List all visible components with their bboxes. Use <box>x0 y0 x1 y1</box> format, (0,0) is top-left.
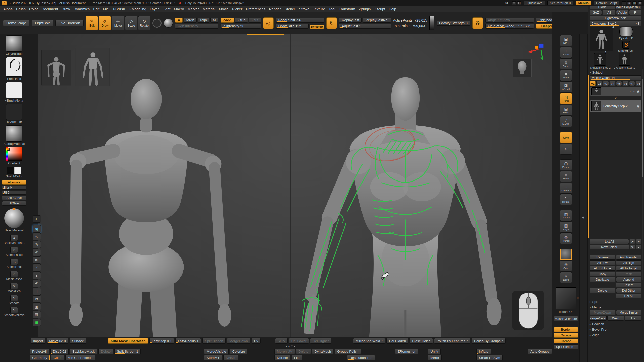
color-grid-icon[interactable]: ▦ <box>33 311 41 318</box>
menu-item[interactable]: Zplugin <box>357 7 373 11</box>
draw-mode-button[interactable]: ✐Draw <box>99 16 111 30</box>
current-texture-thumbnail[interactable] <box>6 104 22 120</box>
current-material-thumbnail[interactable] <box>6 125 22 142</box>
visibility-eye-icon[interactable]: ◉ <box>33 225 41 233</box>
menu-item[interactable]: Light <box>161 7 172 11</box>
bottom-button[interactable]: DelMT <box>223 355 238 360</box>
bottom-button[interactable]: Split Screen 1 <box>114 349 141 354</box>
subtool-action-button[interactable]: Delete <box>590 288 615 293</box>
bottom-button[interactable]: Auto Mask FiberMesh <box>108 338 148 344</box>
bottom-button[interactable]: Uv <box>252 338 261 344</box>
auto-groups-button[interactable]: Auto Groups <box>528 349 552 354</box>
subtool-version-tab[interactable]: V8 <box>636 81 641 86</box>
focal-shift-icon[interactable]: ◎ <box>263 17 274 29</box>
bottom-button[interactable]: Color <box>51 355 64 360</box>
menu-item[interactable]: Preferences <box>244 7 267 11</box>
dynamic-mode-toggle[interactable]: Dynamic <box>310 25 324 29</box>
anatomy-figure[interactable] <box>304 77 502 337</box>
bottom-button[interactable]: BackfaceMask <box>70 349 97 354</box>
sculpt-mode-button[interactable]: Zadd <box>221 18 234 23</box>
bottom-button[interactable]: Polish By Features● <box>434 338 470 344</box>
bottom-button[interactable]: LazyStep 0.1 <box>149 338 174 344</box>
menu-item[interactable]: Edit <box>91 7 101 11</box>
menu-item[interactable]: Material <box>201 7 217 11</box>
subtool-action-button[interactable]: Paste <box>616 272 642 276</box>
floor-grid-button[interactable]: ▤ Floor <box>560 105 572 116</box>
edit-mode-button[interactable]: ✎Edit <box>86 16 98 30</box>
subtool-row[interactable]: ▫ ▫ ◉ <box>590 87 641 96</box>
deep-shadow-button[interactable]: DeepShadow <box>536 24 552 29</box>
sdiv-arrow-button[interactable]: ▲ <box>288 345 290 347</box>
visible-count-slider[interactable]: Visible Count 14 <box>590 75 641 80</box>
select-rect-item[interactable]: ▭ SelectRect <box>7 259 22 270</box>
sdiv-arrow-button[interactable]: ► <box>294 345 296 347</box>
goz-button[interactable]: GoZ <box>590 10 602 15</box>
rotate-mode-button[interactable]: ↻Rotate <box>138 16 150 30</box>
bottom-button[interactable]: DynaMesh <box>312 349 334 354</box>
alternate-button[interactable]: Alternate <box>2 180 26 185</box>
local-symmetry-button[interactable]: ⇌ L.Sym <box>560 116 572 127</box>
menu-item[interactable]: Brush <box>14 7 27 11</box>
bottom-button[interactable]: Dist 0.02 <box>50 349 69 354</box>
subtool-action-button[interactable]: All High <box>616 260 642 265</box>
color-picker[interactable] <box>6 147 22 161</box>
paint-mode-button[interactable]: A <box>175 18 183 23</box>
menu-item[interactable]: Stroke <box>297 7 311 11</box>
collapse-panel-arrow[interactable]: ◀ <box>582 215 584 219</box>
list-icon[interactable]: ≡ <box>636 239 641 244</box>
subtool-action-button[interactable]: All To Target <box>616 266 642 271</box>
goz-button[interactable]: All <box>603 10 615 15</box>
resolution-slider[interactable]: Resolution 128 <box>347 355 375 360</box>
bottom-button[interactable]: MidValue 0 <box>47 338 68 344</box>
rf-slider[interactable]: Rf 0 <box>2 191 26 195</box>
subtool-version-tab[interactable]: V1 <box>590 81 596 86</box>
document-canvas[interactable] <box>38 34 552 337</box>
menu-item[interactable]: Alpha <box>2 7 14 11</box>
titlebar-icon[interactable]: ▤ <box>512 1 516 5</box>
groups-button[interactable]: Groups <box>554 333 578 338</box>
list-all-button[interactable]: List All <box>590 239 629 244</box>
draw-size-slider[interactable]: Draw Size 112 <box>276 24 309 29</box>
window-control-icon[interactable]: ▣ <box>627 1 631 5</box>
subtool-version-tab[interactable]: V5 <box>616 81 622 86</box>
subtool-version-tab[interactable]: V3 <box>603 81 609 86</box>
select-cursor-icon[interactable]: ↖ <box>33 233 41 240</box>
folder-icon[interactable]: ▸ <box>636 245 641 249</box>
tool-top-button[interactable]: Clone <box>590 6 615 9</box>
merge-action-button[interactable]: MergeDown <box>590 310 615 315</box>
bottom-button[interactable]: Del Higher <box>310 338 331 344</box>
merge-action-button[interactable]: MergeVisible <box>590 316 607 321</box>
subtool-version-tab[interactable]: V2 <box>596 81 602 86</box>
menu-item[interactable]: Zscript <box>373 7 387 11</box>
shelf-thumbnail[interactable] <box>560 249 572 260</box>
menu-item[interactable]: Layer <box>148 7 161 11</box>
aahalf-button[interactable]: ◪ AAHalf <box>560 81 572 93</box>
gxyz-button[interactable]: Gxyz <box>560 132 572 143</box>
recent-tool-thumbnail[interactable]: 2 <box>594 53 606 66</box>
bpr-render-button[interactable]: ▣ BPR <box>560 35 572 46</box>
accucurve-button[interactable]: AccuCurve <box>2 196 26 200</box>
rotate-view-icon[interactable]: ↻ <box>560 144 572 155</box>
menu-item[interactable]: Help <box>387 7 398 11</box>
border-button[interactable]: Border <box>554 327 578 332</box>
bottom-button[interactable]: Double <box>274 355 290 360</box>
knife-icon[interactable]: ∕ <box>33 264 41 272</box>
menu-item[interactable]: Dynamics <box>72 7 92 11</box>
sdiv-arrow-button[interactable]: ▼ <box>291 345 293 347</box>
replay-button[interactable]: ReplayLastRel <box>363 18 391 23</box>
paint-mode-button[interactable]: Rgb <box>198 18 209 23</box>
actual-size-button[interactable]: ◙ Actual <box>560 70 572 81</box>
see-through-slider[interactable]: See-through 0 <box>547 1 573 5</box>
lightbox-button[interactable]: LightBox <box>32 20 53 26</box>
menus-button[interactable]: Menus <box>576 1 591 5</box>
subtool-version-tab[interactable]: V4 <box>610 81 615 86</box>
subtool-version-tab[interactable]: V7 <box>629 81 635 86</box>
replay-icon[interactable]: ↻ <box>326 17 337 29</box>
titlebar-icon[interactable]: ◧ <box>517 1 521 5</box>
menu-item[interactable]: Marker <box>186 7 201 11</box>
subtool-version-tab[interactable]: V6 <box>623 81 628 86</box>
focal-shift-slider[interactable]: Focal Shift -56 <box>276 18 324 23</box>
basic-material-thumbnail[interactable] <box>4 208 24 228</box>
collapsed-section-header[interactable]: ▸ Bevel Pro <box>590 327 641 332</box>
subtool-action-button[interactable]: Insert <box>616 283 642 287</box>
